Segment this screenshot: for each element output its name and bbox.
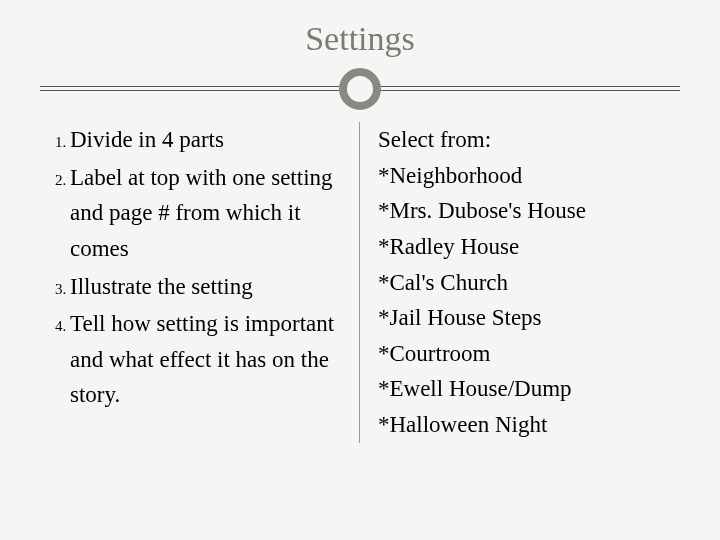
- option-item: *Jail House Steps: [378, 300, 680, 336]
- option-item: *Cal's Church: [378, 265, 680, 301]
- option-item: *Courtroom: [378, 336, 680, 372]
- list-item: Label at top with one setting and page #…: [70, 160, 341, 267]
- left-column: Divide in 4 parts Label at top with one …: [40, 122, 360, 443]
- title-divider: [40, 62, 680, 112]
- option-item: *Ewell House/Dump: [378, 371, 680, 407]
- option-item: *Halloween Night: [378, 407, 680, 443]
- instruction-list: Divide in 4 parts Label at top with one …: [40, 122, 341, 413]
- select-heading: Select from:: [378, 122, 680, 158]
- right-column: Select from: *Neighborhood *Mrs. Dubose'…: [360, 122, 680, 443]
- list-item: Illustrate the setting: [70, 269, 341, 305]
- list-item: Divide in 4 parts: [70, 122, 341, 158]
- option-item: *Radley House: [378, 229, 680, 265]
- option-item: *Neighborhood: [378, 158, 680, 194]
- divider-circle-icon: [339, 68, 381, 110]
- title-wrap: Settings: [40, 20, 680, 58]
- option-item: *Mrs. Dubose's House: [378, 193, 680, 229]
- list-item: Tell how setting is important and what e…: [70, 306, 341, 413]
- content-columns: Divide in 4 parts Label at top with one …: [40, 122, 680, 443]
- page-title: Settings: [40, 20, 680, 58]
- slide: Settings Divide in 4 parts Label at top …: [0, 0, 720, 540]
